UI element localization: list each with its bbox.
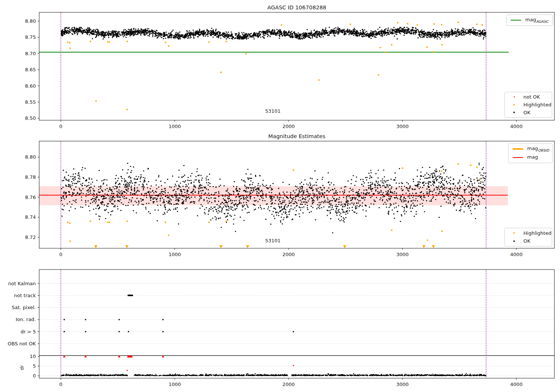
x-tick-label: 0 [59, 124, 62, 129]
black-dot-icon [508, 112, 520, 113]
legend-entry-mag-agasc: magAGASC [510, 16, 550, 24]
flag-category-label: not track [14, 293, 36, 298]
y-tick-label: 8.55 [25, 99, 36, 105]
x-tick-label: 3000 [396, 382, 409, 387]
y-tick-label: 8.72 [25, 234, 36, 240]
below-range-triangle-icon [422, 245, 426, 248]
panel3-not-ok-points [63, 355, 294, 371]
x-tick-label: 1000 [168, 382, 181, 387]
panel2-legend-markers: Highlighted OK [504, 228, 552, 246]
legend-label: mag [527, 154, 538, 161]
x-tick-label: 3000 [396, 252, 409, 257]
legend-entry-ok: OK [508, 109, 549, 116]
legend-entry-mag: mag [511, 154, 549, 161]
green-line-swatch [510, 20, 522, 21]
below-range-triangle-icon [432, 245, 435, 248]
figure: 010002000300040008.808.758.708.658.608.5… [0, 0, 560, 392]
y-tick-label: 8.70 [25, 51, 36, 56]
panel1-ok-points [61, 27, 486, 40]
flag-category-label: Ion. rad. [16, 317, 36, 322]
dr-axis-label: dr [19, 365, 25, 370]
panel1-title: AGASC ID 106708288 [267, 4, 326, 10]
y-tick-label: 8.60 [25, 83, 36, 89]
y-ticks: 8.808.788.768.748.72 [25, 154, 39, 240]
x-tick-label: 2000 [282, 252, 295, 257]
black-dot-icon [508, 240, 520, 242]
panel3-y-labels: not Kalmannot trackSat. pixel.Ion. rad.d… [8, 281, 40, 379]
legend-label: Highlighted [523, 230, 551, 236]
dr-tick-label: 5 [33, 363, 36, 369]
below-range-triangle-icon [94, 245, 97, 248]
below-range-triangle-icon [219, 245, 223, 248]
panel1-obsid-annotation: 53101 [265, 108, 280, 114]
legend-entry-highlighted: Highlighted [508, 230, 549, 237]
obs-boundary-vlines [61, 12, 486, 120]
y-tick-label: 8.50 [25, 115, 36, 121]
y-tick-label: 8.74 [25, 214, 36, 220]
legend-label: magOBSID [527, 146, 549, 152]
x-tick-label: 1000 [168, 252, 181, 257]
y-tick-label: 8.65 [25, 67, 36, 72]
x-tick-label: 2000 [282, 124, 295, 129]
panel3-gridlines [39, 283, 554, 376]
below-range-triangle-icon [343, 245, 346, 248]
x-tick-label: 0 [59, 382, 62, 387]
panel1-legend-line: magAGASC [506, 15, 553, 26]
orange-line-swatch [511, 148, 524, 150]
legend-entry-ok: OK [508, 238, 549, 245]
orange-dot-icon [508, 232, 520, 234]
x-ticks: 01000200030004000 [59, 378, 523, 387]
panel2-obsid-annotation: 53101 [265, 238, 280, 243]
panel2-legend-lines: magOBSID mag [508, 143, 553, 163]
flag-category-label: not Kalman [8, 281, 36, 286]
axes-spines [39, 270, 554, 378]
flag-category-label: Sat. pixel. [12, 305, 36, 310]
x-tick-label: 4000 [510, 124, 523, 129]
panel3-flag-points [64, 295, 294, 332]
plots-canvas: 010002000300040008.808.758.708.658.608.5… [0, 0, 560, 392]
legend-label: OK [523, 110, 531, 115]
y-tick-label: 8.78 [25, 174, 36, 180]
y-tick-label: 8.75 [25, 34, 36, 40]
obs-boundary-vlines [61, 270, 486, 378]
legend-entry-highlighted: Highlighted [508, 102, 549, 108]
red-line-swatch [511, 157, 524, 158]
y-tick-label: 8.80 [25, 18, 36, 24]
legend-label: Highlighted [523, 102, 551, 108]
dr-tick-label: 10 [29, 354, 36, 359]
y-tick-label: 8.76 [25, 195, 36, 200]
orange-dot-icon [508, 104, 520, 106]
legend-label: OK [523, 238, 531, 244]
x-tick-label: 2000 [282, 382, 295, 387]
legend-entry-mag-obsid: magOBSID [511, 145, 549, 153]
y-ticks: 8.808.758.708.658.608.558.50 [25, 18, 39, 121]
below-range-triangle-icon [125, 245, 128, 248]
x-tick-label: 4000 [510, 252, 523, 257]
panel2-title: Magnitude Estimates [268, 133, 325, 139]
x-tick-label: 4000 [510, 382, 523, 387]
below-range-triangle-icon [246, 245, 249, 248]
red-dot-icon [508, 96, 520, 97]
flag-category-label: OBS not OK [8, 341, 36, 346]
x-ticks: 01000200030004000 [59, 120, 523, 129]
y-tick-label: 8.80 [25, 154, 36, 160]
axes-spines [39, 12, 554, 120]
flag-category-label: dr > 5 [21, 329, 36, 335]
dr-tick-label: 0 [33, 373, 36, 379]
legend-entry-not-ok: not OK [508, 94, 549, 100]
panel1-legend-markers: not OK Highlighted OK [504, 92, 552, 118]
panel3-dr-points [61, 373, 486, 376]
x-tick-label: 1000 [168, 124, 181, 129]
panel2-highlighted-clipped-markers [94, 245, 435, 248]
legend-label: magAGASC [525, 17, 548, 24]
x-tick-label: 3000 [396, 124, 409, 129]
legend-label: not OK [523, 94, 540, 100]
x-tick-label: 0 [59, 252, 62, 257]
x-ticks: 01000200030004000 [59, 248, 523, 257]
